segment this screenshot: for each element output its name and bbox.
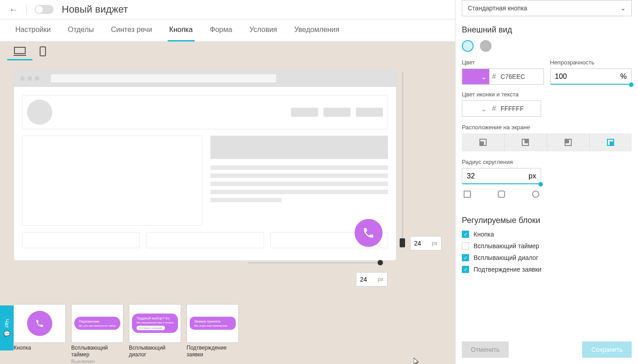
thumb-popup-dialog[interactable]: Трудный выбор? ЕсМы перезвоним вам в теч… <box>129 304 181 364</box>
header: ← Новый виджет <box>0 0 455 19</box>
position-tr[interactable] <box>505 133 547 151</box>
position-br[interactable] <box>590 133 632 151</box>
shape-circle[interactable] <box>532 191 539 198</box>
appearance-section: Внешний вид <box>462 25 632 35</box>
shape-rounded[interactable] <box>498 191 505 198</box>
icon-color-picker[interactable]: ⌄ # FFFFFF <box>462 100 541 117</box>
horizontal-margin-slider[interactable] <box>248 262 383 264</box>
radius-input[interactable]: 32 px <box>462 168 541 184</box>
cancel-button[interactable]: Отменить <box>462 341 509 358</box>
vertical-margin-slider[interactable] <box>402 72 403 247</box>
svg-rect-2 <box>40 47 46 56</box>
tab-conditions[interactable]: Условия <box>247 19 279 41</box>
main-tabs: Настройки Отделы Синтез речи Кнопка Форм… <box>0 19 455 42</box>
phone-icon <box>362 227 375 239</box>
color-picker[interactable]: ⌄ # C76EEC <box>462 68 544 85</box>
shape-square[interactable] <box>464 191 471 198</box>
chat-icon: 💬 <box>4 330 10 337</box>
thumb-popup-timer[interactable]: ПерезвонимДо того как закончится тайме В… <box>71 304 123 364</box>
chevron-down-icon: ⌄ <box>481 105 487 113</box>
slider-thumb[interactable] <box>538 182 543 187</box>
horizontal-margin-input[interactable]: px <box>356 272 387 287</box>
page-title: Новый виджет <box>62 4 128 15</box>
tab-settings[interactable]: Настройки <box>14 19 52 41</box>
slider-thumb[interactable] <box>629 82 633 87</box>
widget-call-button[interactable] <box>355 219 383 247</box>
theme-dark-option[interactable] <box>480 40 492 52</box>
tab-notifications[interactable]: Уведомления <box>292 19 341 41</box>
widget-thumbnails: Кнопка ПерезвонимДо того как закончится … <box>0 304 455 364</box>
block-confirmation-toggle[interactable]: ✓ Подтверждение заявки <box>462 266 632 273</box>
checkbox-icon[interactable]: ✓ <box>462 254 469 261</box>
chevron-down-icon: ⌄ <box>481 73 487 81</box>
widget-toggle[interactable] <box>35 5 54 14</box>
position-bl[interactable] <box>462 133 505 151</box>
block-dialog-toggle[interactable]: ✓ Всплывающий диалог <box>462 254 632 261</box>
svg-rect-0 <box>14 47 25 54</box>
slider-thumb[interactable] <box>378 260 383 265</box>
slider-thumb[interactable] <box>400 238 405 247</box>
block-timer-toggle[interactable]: Всплывающий таймер <box>462 242 632 250</box>
phone-icon <box>35 319 44 328</box>
settings-sidebar: Стандартная кнопка ⌄ Внешний вид Цвет ⌄ … <box>455 0 638 364</box>
tab-form[interactable]: Форма <box>208 19 234 41</box>
chat-side-tab[interactable]: Чат 💬 <box>0 305 14 350</box>
button-type-select[interactable]: Стандартная кнопка ⌄ <box>462 0 632 16</box>
tab-button[interactable]: Кнопка <box>168 19 195 41</box>
mobile-tab[interactable] <box>40 46 46 56</box>
color-swatch[interactable]: ⌄ <box>462 69 489 84</box>
tab-tts[interactable]: Синтез речи <box>109 19 154 41</box>
blocks-section: Регулируемые блоки <box>462 216 632 225</box>
checkbox-icon[interactable]: ✓ <box>462 231 469 238</box>
back-button[interactable]: ← <box>9 5 18 15</box>
vertical-margin-input[interactable]: px <box>410 236 442 250</box>
device-tabs <box>0 42 455 56</box>
thumb-button[interactable]: Кнопка <box>14 304 66 364</box>
position-tl[interactable] <box>547 133 590 151</box>
chevron-down-icon: ⌄ <box>620 5 626 12</box>
checkbox-icon[interactable] <box>462 242 469 250</box>
thumb-confirmation[interactable]: Заявка принятаМы скоро вам перезвоним По… <box>187 304 239 364</box>
color-swatch[interactable]: ⌄ <box>462 101 489 116</box>
preview-area: px px <box>0 60 455 301</box>
tab-departments[interactable]: Отделы <box>66 19 96 41</box>
position-selector <box>462 133 632 151</box>
save-button[interactable]: Сохранить <box>582 341 632 358</box>
desktop-tab[interactable] <box>14 46 26 56</box>
block-button-toggle[interactable]: ✓ Кнопка <box>462 231 632 238</box>
opacity-input[interactable]: 100 % <box>550 68 632 85</box>
theme-light-option[interactable] <box>462 40 474 52</box>
browser-mockup <box>14 69 396 261</box>
checkbox-icon[interactable]: ✓ <box>462 266 469 273</box>
